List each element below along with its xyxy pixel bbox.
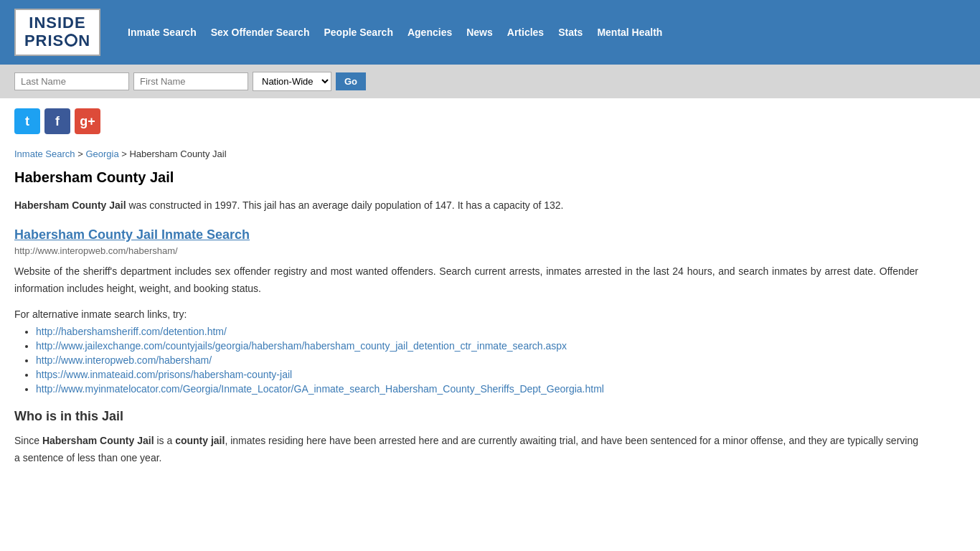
breadcrumb-link[interactable]: Inmate Search: [14, 149, 75, 159]
first-name-input[interactable]: [133, 72, 248, 90]
inmate-search-url: http://www.interopweb.com/habersham/: [14, 245, 918, 256]
logo-o-circle: [65, 34, 77, 47]
site-header: INSIDE PRISN Inmate SearchSex Offender S…: [0, 0, 980, 65]
inmate-search-heading: Habersham County Jail Inmate Search: [14, 227, 918, 242]
nav-item-mental-health[interactable]: Mental Health: [591, 24, 668, 41]
alt-link[interactable]: http://habershamsheriff.com/detention.ht…: [36, 326, 227, 337]
google-icon[interactable]: g+: [75, 108, 100, 134]
list-item: http://www.interopweb.com/habersham/: [36, 354, 918, 366]
breadcrumb-separator: >: [119, 149, 130, 159]
twitter-icon[interactable]: t: [14, 108, 40, 134]
logo-prison-text: PRISN: [23, 32, 92, 50]
last-name-input[interactable]: [14, 72, 129, 90]
nav-item-stats[interactable]: Stats: [552, 24, 588, 41]
intro-text: was constructed in 1997. This jail has a…: [126, 199, 564, 211]
main-content: Inmate Search > Georgia > Habersham Coun…: [0, 141, 933, 481]
intro-bold: Habersham County Jail: [14, 199, 126, 211]
alt-link[interactable]: http://www.jailexchange.com/countyjails/…: [36, 340, 567, 352]
nav-item-people-search[interactable]: People Search: [318, 24, 399, 41]
alt-link[interactable]: http://www.interopweb.com/habersham/: [36, 354, 212, 366]
facebook-letter: f: [55, 114, 60, 129]
facebook-icon[interactable]: f: [44, 108, 70, 134]
breadcrumb-current: Habersham County Jail: [129, 149, 226, 159]
nav-item-agencies[interactable]: Agencies: [402, 24, 458, 41]
list-item: http://habershamsheriff.com/detention.ht…: [36, 326, 918, 337]
who-bold2: county jail: [175, 435, 225, 446]
list-item: https://www.inmateaid.com/prisons/habers…: [36, 369, 918, 380]
search-bar: Nation-WideAlabamaAlaskaArizonaArkansasC…: [0, 65, 980, 98]
alt-links-intro: For alternative inmate search links, try…: [14, 309, 918, 320]
inmate-search-description: Website of the sheriff's department incl…: [14, 263, 918, 298]
list-item: http://www.jailexchange.com/countyjails/…: [36, 340, 918, 352]
nav-item-sex-offender-search[interactable]: Sex Offender Search: [205, 24, 316, 41]
page-title: Habersham County Jail: [14, 169, 918, 186]
breadcrumb: Inmate Search > Georgia > Habersham Coun…: [14, 149, 918, 159]
nav-item-news[interactable]: News: [461, 24, 499, 41]
logo-inside-text: INSIDE: [23, 14, 92, 32]
nav-item-inmate-search[interactable]: Inmate Search: [122, 24, 202, 41]
main-nav: Inmate SearchSex Offender SearchPeople S…: [122, 24, 668, 41]
google-letter: g+: [80, 114, 95, 129]
alt-link[interactable]: https://www.inmateaid.com/prisons/habers…: [36, 369, 292, 380]
breadcrumb-link[interactable]: Georgia: [85, 149, 118, 159]
who-text-mid: is a: [154, 435, 176, 446]
who-section-heading: Who is in this Jail: [14, 409, 918, 424]
go-button[interactable]: Go: [336, 72, 366, 90]
nav-item-articles[interactable]: Articles: [501, 24, 550, 41]
breadcrumb-separator: >: [75, 149, 86, 159]
social-bar: t f g+: [0, 98, 980, 141]
inmate-search-link[interactable]: Habersham County Jail Inmate Search: [14, 227, 250, 242]
list-item: http://www.myinmatelocator.com/Georgia/I…: [36, 383, 918, 395]
twitter-letter: t: [25, 114, 29, 129]
alt-links-list: http://habershamsheriff.com/detention.ht…: [14, 326, 918, 395]
state-select[interactable]: Nation-WideAlabamaAlaskaArizonaArkansasC…: [253, 72, 331, 91]
who-text-start: Since: [14, 435, 42, 446]
site-logo[interactable]: INSIDE PRISN: [14, 9, 100, 56]
who-bold1: Habersham County Jail: [42, 435, 154, 446]
alt-link[interactable]: http://www.myinmatelocator.com/Georgia/I…: [36, 383, 604, 395]
who-section-text: Since Habersham County Jail is a county …: [14, 433, 918, 467]
intro-paragraph: Habersham County Jail was constructed in…: [14, 197, 918, 215]
